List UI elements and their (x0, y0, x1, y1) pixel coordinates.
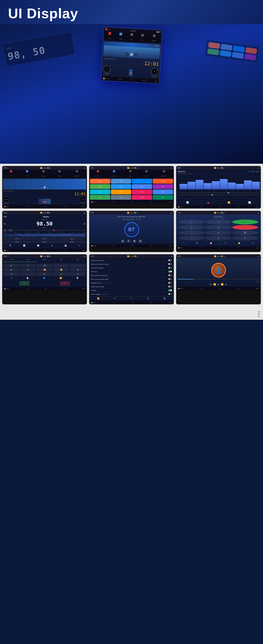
hero-section: Radio 98, 50 ▲ (0, 24, 263, 164)
radio-freq: 98.50 (36, 220, 53, 227)
music-heart-icon: ♡ (258, 259, 260, 261)
screen-eq-time: 📶 12:03 🔋18 (214, 167, 225, 169)
page-header: UI Display (0, 0, 263, 24)
screen-bt-bottom: 🏠 HOME 0.0°C A/C 0.0°C BACK (89, 244, 174, 247)
screen-sw-time: 📶 12:09 🔋18 (40, 255, 51, 257)
screen-home: 📶 12:01 🔋10 ⬅ Navi Radio Apps Music Blue… (2, 166, 87, 209)
screen-radio-time: 📶 12:03 🔋18 (40, 212, 51, 214)
hero-main-screen: ▲ 12:01 📶 🔋 Navi Radio Apps Music Blueto… (101, 27, 162, 84)
music-menu-icon: ≡ (177, 259, 179, 261)
screen-settings-bottom: 🏠 HOME 0.0°C A/C 0.0°C BACK (89, 301, 174, 304)
bt-song-title: That I can't keep out got me singin' lik… (90, 216, 173, 218)
radio-fm-label: FM (3, 216, 7, 218)
screens-row-3: 📶 12:09 🔋18 ⬅ 255 255 255 255 255 Please… (2, 254, 261, 304)
screens-grid: 📶 12:01 🔋10 ⬅ Navi Radio Apps Music Blue… (0, 164, 263, 309)
sw-check-btn[interactable]: ✓ (19, 281, 30, 286)
screen-home-back: BACK (82, 206, 85, 207)
screen-home-time: 📶 12:01 🔋10 (40, 167, 51, 169)
screen-steering-wheel: 📶 12:09 🔋18 ⬅ 255 255 255 255 255 Please… (2, 254, 87, 304)
screen-apps-bottom: 🏠 HOME 0.0°C A/C 0.0°C BACK (89, 200, 174, 203)
setting-2: Brake wire for video in motion (91, 263, 109, 265)
screen-settings: 📶 11:59 🔋18 ⬅ Press any key to start Bra… (89, 254, 174, 304)
screen-home-header: 📶 12:01 🔋10 ⬅ (2, 166, 87, 170)
screen-bt-music: 📶 12:07 🔋18 ⬅ That I can't keep out got … (89, 211, 174, 252)
radio-label: Radio (43, 216, 49, 218)
setting-10: Lantern settings (91, 293, 101, 295)
page-title: UI Display (8, 5, 255, 21)
hero-songs-label: ♫ Songs (154, 45, 159, 46)
bt-label: BT (128, 227, 135, 232)
screen-settings-time: 📶 11:59 🔋18 (127, 255, 138, 257)
screen-music: 📶 12:03 🔋18 ⬅ ≡ ♡ 👤 00:08:00 (176, 254, 261, 304)
screens-row-2: 📶 12:03 🔋18 ⬅ FM Radio ◀ FM 1-3 98.50 MH… (2, 211, 261, 252)
footer: back (0, 309, 263, 320)
setting-7: Backlight control (91, 282, 101, 284)
screen-radio-header: 📶 12:03 🔋18 ⬅ (2, 211, 87, 214)
setting-5: Mute audio when Reversing (91, 275, 108, 276)
screen-equalizer: 📶 12:03 🔋18 ⬅ Standard ▾ All Default Set… (176, 166, 261, 209)
screen-phone: 📶 12:02 🔋12 ⬅ Disconnected 40:45:DA:5A:F… (176, 211, 261, 252)
screen-bt-header: 📶 12:07 🔋18 ⬅ (89, 211, 174, 214)
screen-bt-time: 📶 12:07 🔋18 (127, 212, 138, 214)
screen-phone-time: 📶 12:02 🔋12 (214, 212, 225, 214)
screen-music-bottom: 🏠 HOME 0.0°C A/C 0.0°C BACK (176, 287, 261, 290)
hero-time: 12:01 (131, 30, 136, 32)
screen-music-header: 📶 12:03 🔋18 ⬅ (176, 254, 261, 258)
screen-home-bottom: 🏠 HOME 0.0°C A/C 0.0°C BACK (2, 205, 87, 208)
screen-radio-bottom: 🏠 HOME 0.0°C A/C 0.0°C BACK (2, 249, 87, 252)
setting-8: Default volume switch (91, 286, 104, 288)
screen-apps-time: 📶 12:02 🔋10 (127, 167, 138, 169)
screen-phone-header: 📶 12:02 🔋12 ⬅ (176, 211, 261, 214)
screen-phone-bottom: 🏠 HOME 0.0°C A/C 0.0°C BACK (176, 246, 261, 249)
setting-1: Press any key to start (91, 260, 104, 261)
screens-row-1: 📶 12:01 🔋10 ⬅ Navi Radio Apps Music Blue… (2, 166, 261, 209)
screen-apps: 📶 12:02 🔋10 ⬅ Navi Radio Apps Music Blue… (89, 166, 174, 209)
music-duration: 00:08:00 (177, 281, 260, 282)
setting-6: Mirror view on reverse image (91, 278, 108, 280)
sw-cancel-btn[interactable]: ✕ (60, 281, 70, 286)
screen-sw-header: 📶 12:09 🔋18 ⬅ (2, 254, 87, 258)
hero-bg-screen-right (204, 39, 260, 63)
hero-home-label: HOME (106, 78, 109, 79)
bt-song-subtitle: In My Head (Explicit) — Lil Tjay (90, 219, 173, 220)
setting-4: OSD Time (91, 271, 97, 272)
footer-back-label: back (257, 311, 261, 318)
phone-mac: 40:45:DA:5A:FE:8E (177, 217, 260, 219)
screen-radio: 📶 12:03 🔋18 ⬅ FM Radio ◀ FM 1-3 98.50 MH… (2, 211, 87, 252)
setting-3: Auto-start Navigation (91, 267, 104, 269)
hero-back-label: BACK (155, 80, 158, 82)
screen-eq-bottom: 🏠 HOME 0.0°C A/C 0.0°C BACK (176, 205, 261, 208)
screen-music-time: 📶 12:03 🔋18 (214, 255, 225, 257)
screen-sw-bottom: 🏠 HOME 0.0°C A/C 0.0°C BACK (2, 287, 87, 290)
screen-eq-header: 📶 12:03 🔋18 ⬅ (176, 166, 261, 170)
hero-bg-screen-left: Radio 98, 50 (2, 32, 75, 67)
screen-settings-header: 📶 11:59 🔋18 ⬅ (89, 254, 174, 258)
sw-hint: Please hold the button on the steering w… (3, 261, 86, 263)
screen-apps-header: 📶 12:02 🔋10 ⬅ (89, 166, 174, 170)
setting-9: GPS Mix (91, 290, 96, 291)
